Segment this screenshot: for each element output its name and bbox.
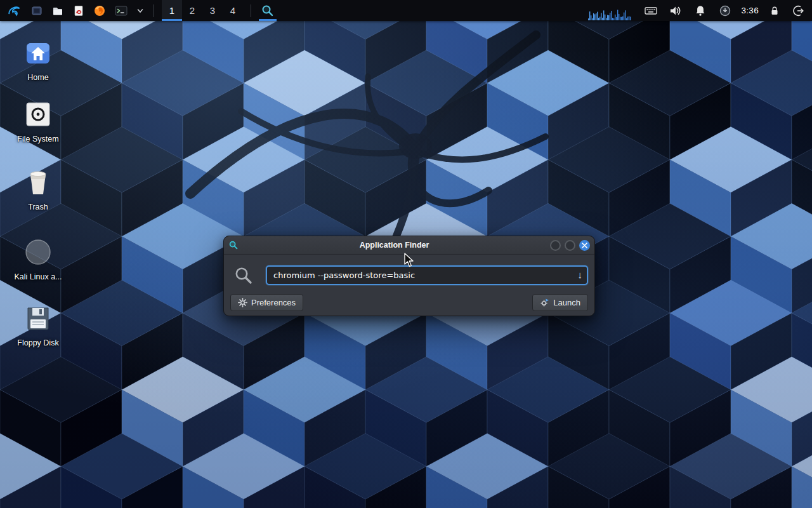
status-circle-icon [719, 4, 731, 17]
bell-icon [694, 4, 707, 17]
text-editor-icon [72, 4, 85, 17]
panel-separator [251, 4, 251, 17]
app-finder-window-icon [228, 240, 239, 250]
desktop-icon-file-system[interactable]: File System [8, 98, 69, 144]
floppy-disk-icon [8, 302, 69, 334]
desktop-icon-trash[interactable]: Trash [8, 166, 69, 211]
search-icon [234, 266, 253, 288]
file-system-icon [8, 98, 69, 130]
desktop-icon-label: File System [8, 135, 69, 144]
workspace-3[interactable]: 3 [202, 0, 223, 21]
window-title: Application Finder [242, 241, 546, 250]
history-dropdown-arrow[interactable]: ↓ [578, 269, 583, 281]
minimize-button[interactable] [550, 240, 561, 251]
trash-icon [8, 166, 69, 198]
launch-icon [540, 298, 549, 307]
notifications-indicator[interactable] [692, 0, 709, 21]
desktop-icon-label: Trash [8, 203, 69, 211]
desktop-icon-kali-docs[interactable]: Kali Linux a... [8, 236, 69, 281]
search-icon [261, 4, 275, 18]
updates-indicator[interactable] [717, 0, 733, 21]
panel-right: 3:36 [586, 0, 807, 21]
application-finder-task[interactable] [259, 0, 277, 21]
window-buttons-applet[interactable] [29, 0, 45, 21]
lock-icon [769, 4, 780, 17]
workspace-2[interactable]: 2 [182, 0, 202, 21]
desktop-icon-home[interactable]: Home [8, 37, 69, 82]
logout-button[interactable] [790, 0, 807, 21]
preferences-label: Preferences [251, 298, 296, 307]
gear-icon [238, 298, 247, 307]
keyboard-indicator[interactable] [643, 0, 659, 21]
screen-lock-button[interactable] [767, 0, 782, 21]
desktop-icon-label: Floppy Disk [8, 338, 69, 347]
terminal-icon [114, 4, 128, 17]
firefox-icon [93, 4, 106, 17]
cpu-graph-icon [588, 7, 632, 21]
text-editor-launcher[interactable] [70, 0, 87, 21]
application-finder-window: Application Finder ↓ Preferences [223, 236, 595, 316]
desktop-icon-label: Kali Linux a... [8, 272, 69, 281]
home-icon [8, 37, 69, 69]
close-button[interactable] [579, 240, 590, 251]
kali-docs-icon [8, 236, 69, 268]
launch-label: Launch [553, 298, 580, 307]
logout-icon [792, 4, 805, 17]
speaker-icon [669, 4, 682, 17]
workspace-4[interactable]: 4 [223, 0, 243, 21]
firefox-launcher[interactable] [91, 0, 108, 21]
preferences-button[interactable]: Preferences [230, 294, 303, 311]
titlebar[interactable]: Application Finder [224, 236, 594, 255]
clock[interactable]: 3:36 [742, 6, 759, 15]
window-icon [30, 4, 43, 17]
top-panel: 1 2 3 4 [0, 0, 812, 21]
workspace-switcher: 1 2 3 4 [162, 0, 243, 21]
desktop-icon-floppy-disk[interactable]: Floppy Disk [8, 302, 69, 347]
system-monitor-graph[interactable] [586, 0, 634, 21]
launch-button[interactable]: Launch [532, 294, 588, 311]
file-manager-launcher[interactable] [49, 0, 66, 21]
command-input-wrap: ↓ [266, 265, 588, 285]
kali-logo-icon [7, 3, 22, 18]
volume-indicator[interactable] [667, 0, 684, 21]
chevron-down-icon [136, 7, 144, 15]
kali-menu-button[interactable] [5, 0, 24, 21]
workspace-1[interactable]: 1 [162, 0, 182, 21]
maximize-button[interactable] [565, 240, 575, 251]
command-input[interactable] [266, 265, 588, 285]
keyboard-icon [645, 4, 657, 17]
panel-left: 1 2 3 4 [5, 0, 277, 21]
panel-separator [154, 4, 154, 17]
close-icon [582, 243, 587, 248]
terminal-dropdown-chevron[interactable] [134, 0, 146, 21]
terminal-launcher[interactable] [112, 0, 130, 21]
folder-icon [51, 4, 64, 17]
desktop-icon-label: Home [8, 73, 69, 82]
